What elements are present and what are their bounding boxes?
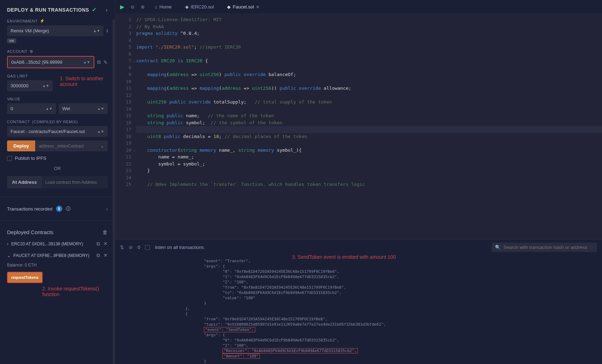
zoom-in-icon[interactable]: ⊕	[141, 4, 145, 10]
main-area: ▶ ⊖ ⊕ ⌂ Home ◆ IERC20.sol ◆ Faucet.sol ✕…	[115, 0, 602, 364]
vm-badge: VM	[7, 38, 16, 43]
value-label: VALUE	[7, 97, 108, 101]
solidity-icon: ◆	[227, 4, 231, 10]
copy-icon[interactable]: ⧉	[97, 59, 101, 65]
terminal-search[interactable]: 🔍	[491, 243, 597, 252]
environment-select[interactable]: Remix VM (Merge) ▲▼	[7, 25, 104, 36]
line-gutter: 1234567⌄891011121314151617181920⌄2122232…	[115, 14, 136, 239]
expand-button[interactable]: ⌄	[97, 140, 108, 151]
zoom-out-icon[interactable]: ⊖	[131, 4, 134, 10]
environment-label: ENVIRONMENT ⚡	[7, 19, 108, 23]
value-input[interactable]: 0 ▲▼	[7, 103, 56, 114]
search-input[interactable]	[503, 245, 594, 250]
annotation-1: 1. Switch to another account	[60, 76, 115, 87]
tab-home[interactable]: ⌂ Home	[151, 3, 175, 11]
account-select[interactable]: 0xAb8...35cb2 (99.99999 ▲▼	[7, 56, 94, 68]
pending-count: 0	[138, 245, 140, 250]
publish-ipfs-label: Publish to IPFS	[15, 156, 46, 161]
close-icon[interactable]: ✕	[104, 252, 108, 258]
balance-text: Balance: 0 ETH	[0, 261, 115, 269]
updown-icon: ▲▼	[45, 108, 52, 110]
deploy-args-input[interactable]	[35, 140, 97, 151]
publish-ipfs-checkbox[interactable]	[7, 156, 12, 161]
chevron-right-icon[interactable]: ›	[106, 206, 108, 212]
terminal-output[interactable]: "event": "Transfer", "args": { "0": "0xf…	[115, 255, 602, 364]
deployed-contract-item[interactable]: ⌄ FAUCET AT 0XF8E...9FBE8 (MEMORY) ⧉ ✕	[0, 250, 115, 261]
deploy-button[interactable]: Deploy	[7, 140, 35, 151]
search-icon: 🔍	[495, 245, 501, 250]
tab-ierc20[interactable]: ◆ IERC20.sol	[182, 3, 218, 11]
terminal-toolbar: ⇅ ⊘ 0 listen on all transactions 🔍	[115, 239, 602, 255]
transactions-header[interactable]: Transactions recorded 5 ⓘ ›	[0, 203, 115, 215]
chevron-right-icon[interactable]: ›	[106, 7, 108, 13]
annotation-3: 3. SendToken event is emitted with amoun…	[292, 254, 396, 260]
close-icon[interactable]: ✕	[256, 5, 259, 10]
tx-count-badge: 5	[56, 206, 62, 212]
plug-icon: ⚡	[40, 19, 45, 23]
panel-header: DEPLOY & RUN TRANSACTIONS ✓ ›	[0, 4, 115, 16]
deployed-header: Deployed Contracts	[7, 229, 54, 235]
toolbar: ▶ ⊖ ⊕ ⌂ Home ◆ IERC20.sol ◆ Faucet.sol ✕	[115, 0, 602, 14]
chevron-down-icon: ⌄	[7, 253, 11, 258]
updown-icon: ▲▼	[93, 30, 100, 32]
edit-icon[interactable]: ✎	[104, 59, 108, 65]
toggle-icon[interactable]: ⇅	[120, 245, 124, 250]
updown-icon: ▲▼	[42, 85, 49, 87]
home-icon: ⌂	[155, 4, 157, 10]
updown-icon: ▲▼	[97, 131, 104, 133]
play-icon[interactable]: ▶	[120, 4, 124, 10]
trash-icon[interactable]: 🗑	[102, 229, 108, 235]
or-text: OR	[7, 166, 108, 171]
gaslimit-input[interactable]: 3000000 ▲▼	[7, 80, 53, 91]
tab-faucet[interactable]: ◆ Faucet.sol ✕	[224, 3, 263, 11]
copy-icon[interactable]: ⧉	[96, 252, 100, 258]
panel-title: DEPLOY & RUN TRANSACTIONS	[7, 7, 89, 13]
contract-select[interactable]: Faucet - contracts/Faucet/Faucet.sol ▲▼	[7, 126, 108, 137]
account-label: ACCOUNT ⊕	[7, 49, 108, 54]
solidity-icon: ◆	[185, 4, 189, 10]
ban-icon[interactable]: ⊘	[129, 245, 133, 250]
listen-checkbox[interactable]	[145, 245, 150, 250]
close-icon[interactable]: ✕	[104, 241, 108, 247]
updown-icon: ▲▼	[97, 108, 104, 110]
deployed-contract-item[interactable]: › ERC20 AT 0XD91...39138 (MEMORY) ⧉ ✕	[0, 238, 115, 250]
check-icon: ✓	[92, 6, 97, 13]
code-content[interactable]: // SPDX-License-Identifier: MIT// By 0xA…	[136, 14, 602, 239]
value-unit-select[interactable]: Wei ▲▼	[59, 103, 108, 114]
annotation-2: 2. Invoke requestTokens() function	[42, 286, 115, 297]
info-icon[interactable]: i	[106, 28, 108, 33]
at-address-button[interactable]: At Address	[7, 176, 42, 188]
listen-label: listen on all transactions	[155, 245, 204, 250]
code-editor[interactable]: 1234567⌄891011121314151617181920⌄2122232…	[115, 14, 602, 239]
info-icon[interactable]: ⓘ	[66, 206, 70, 212]
scrollbar[interactable]	[113, 19, 115, 364]
contract-label: CONTRACT (Compiled by Remix)	[7, 120, 108, 124]
plus-icon[interactable]: ⊕	[30, 49, 33, 54]
chevron-right-icon: ›	[7, 241, 8, 246]
copy-icon[interactable]: ⧉	[96, 241, 100, 247]
at-address-input[interactable]	[42, 176, 108, 188]
deploy-panel: DEPLOY & RUN TRANSACTIONS ✓ › ENVIRONMEN…	[0, 0, 115, 364]
updown-icon: ▲▼	[83, 61, 90, 63]
request-tokens-button[interactable]: requestTokens	[7, 272, 43, 283]
